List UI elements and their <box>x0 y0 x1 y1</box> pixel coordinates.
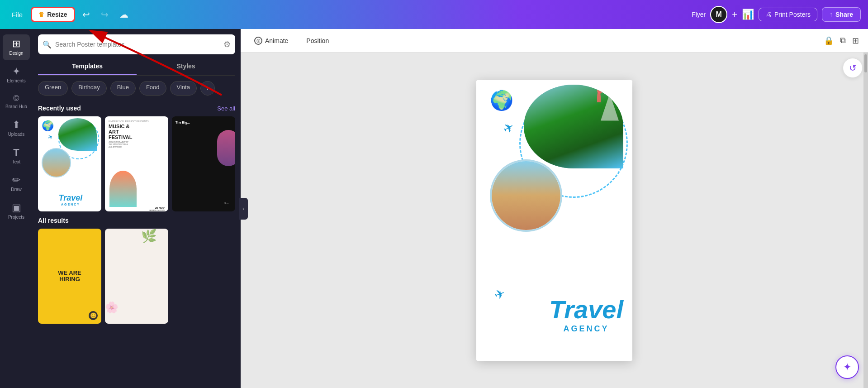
sidebar-label-projects: Projects <box>8 215 24 220</box>
redo-button[interactable]: ↪ <box>97 6 112 23</box>
lock-icon-button[interactable]: 🔒 <box>824 36 834 46</box>
sidebar-label-elements: Elements <box>7 78 26 83</box>
panel-tabs: Templates Styles <box>38 58 235 76</box>
plane-icon-1: ✈ <box>500 119 517 137</box>
sidebar-item-brand-hub[interactable]: © Brand Hub <box>3 90 30 114</box>
sidebar-item-design[interactable]: ⊞ Design <box>3 34 30 60</box>
print-label: Print Posters <box>774 11 811 18</box>
dark-date: Nov... <box>224 202 231 205</box>
template-card-dark[interactable]: The Big... Nov... <box>172 116 235 211</box>
panel-collapse-button[interactable]: ‹ <box>239 198 248 220</box>
animate-button[interactable]: ◎ Animate <box>250 34 293 48</box>
sidebar-icons: ⊞ Design ✦ Elements © Brand Hub ⬆ Upload… <box>0 29 33 388</box>
mountain-photo[interactable] <box>524 85 623 168</box>
poster-background: 🌍 <box>476 80 632 361</box>
hiring-bg: WE AREHIRING 😊 <box>38 229 101 324</box>
tab-styles[interactable]: Styles <box>137 58 235 75</box>
sidebar-item-text[interactable]: T Text <box>3 143 30 169</box>
sidebar-label-uploads: Uploads <box>8 132 25 137</box>
mountain-photo-bg <box>524 85 623 168</box>
elements-icon: ✦ <box>12 67 20 77</box>
file-menu-button[interactable]: File <box>7 8 27 21</box>
topbar-left: File ♛ Resize ↩ ↪ ☁ <box>7 6 132 23</box>
floral-bg: 🌿 🌸 <box>105 229 168 324</box>
poster-globe-icon: 🌍 <box>490 89 513 111</box>
music-venue: LAMANA GARDEN <box>149 209 165 211</box>
ai-assistant-button[interactable]: ↺ <box>843 58 863 78</box>
canvas-area: ◎ Animate Position 🔒 ⧉ ⊞ 🌍 <box>241 29 868 388</box>
woman-photo[interactable] <box>490 159 562 232</box>
design-icon: ⊞ <box>12 39 20 49</box>
panel-content: Recently used See all 🌍 <box>33 99 241 388</box>
templates-panel: 🔍 ⚙ Templates Styles Green Birthday Blue… <box>33 29 241 388</box>
agency-text: AGENCY <box>549 324 623 334</box>
printer-icon: 🖨 <box>765 11 772 18</box>
more-chips-button[interactable]: › <box>200 81 215 96</box>
topbar: File ♛ Resize ↩ ↪ ☁ Flyer M + 📊 🖨 Print … <box>0 0 868 29</box>
chip-blue[interactable]: Blue <box>110 81 136 96</box>
plane-icon-2: ✈ <box>492 286 507 303</box>
template-card-travel[interactable]: 🌍 ✈ <box>38 116 101 211</box>
save-cloud-button[interactable]: ☁ <box>116 6 132 23</box>
tab-templates[interactable]: Templates <box>38 58 137 75</box>
sidebar-item-projects[interactable]: ▣ Projects <box>3 198 30 224</box>
chip-birthday[interactable]: Birthday <box>71 81 107 96</box>
draw-icon: ✏ <box>12 175 20 185</box>
travel-text-block: Travel AGENCY <box>549 297 623 334</box>
resize-button[interactable]: ♛ Resize <box>31 7 75 22</box>
sidebar-item-elements[interactable]: ✦ Elements <box>3 62 30 88</box>
scrollbar-thumb[interactable] <box>864 54 867 72</box>
musician-figure <box>109 171 137 207</box>
plane-small: ✈ <box>47 133 55 142</box>
flower-decoration-2: 🌸 <box>105 301 128 324</box>
uploads-icon: ⬆ <box>12 120 20 130</box>
recently-used-header: Recently used See all <box>38 105 235 112</box>
template-card-music[interactable]: KIMBERLY CO. PROUDLY PRESENTS MUSIC &ART… <box>105 116 168 211</box>
brand-hub-icon: © <box>13 94 19 102</box>
sidebar-label-text: Text <box>12 159 20 164</box>
flyer-label: Flyer <box>692 11 706 18</box>
canvas-content: 🌍 <box>241 53 868 388</box>
animate-icon: ◎ <box>254 37 262 45</box>
canvas-toolbar: ◎ Animate Position 🔒 ⧉ ⊞ <box>241 29 868 53</box>
template-card-hiring[interactable]: WE AREHIRING 😊 <box>38 229 101 324</box>
duplicate-icon-button[interactable]: ⧉ <box>840 36 846 45</box>
music-subtitle: KIMBERLY CO. PROUDLY PRESENTS <box>109 120 165 123</box>
search-input[interactable] <box>55 41 220 48</box>
sidebar-item-uploads[interactable]: ⬆ Uploads <box>3 115 30 141</box>
top-photo <box>58 118 97 151</box>
template-card-floral[interactable]: 🌿 🌸 <box>105 229 168 324</box>
panel-wrapper: 🔍 ⚙ Templates Styles Green Birthday Blue… <box>33 29 241 388</box>
animate-label: Animate <box>265 37 288 44</box>
music-title: MUSIC &ARTFESTIVAL <box>109 124 165 140</box>
position-button[interactable]: Position <box>302 34 333 47</box>
music-details: JOIN US FOR A DAY OFTHE SWEETEST SOULAND… <box>109 141 165 148</box>
corner-ai-button[interactable]: ✦ <box>835 355 859 379</box>
all-results-title: All results <box>38 217 69 224</box>
share-icon: ↑ <box>830 11 833 18</box>
pink-blob <box>217 130 235 166</box>
poster-globe: 🌍 <box>42 120 54 132</box>
projects-icon: ▣ <box>12 203 21 213</box>
share-button[interactable]: ↑ Share <box>822 7 861 22</box>
undo-button[interactable]: ↩ <box>79 6 94 23</box>
resize-label: Resize <box>47 11 67 18</box>
all-results-grid: WE AREHIRING 😊 🌿 🌸 <box>38 229 235 324</box>
sidebar-label-draw: Draw <box>11 187 21 192</box>
design-card[interactable]: 🌍 <box>476 80 632 361</box>
chip-food[interactable]: Food <box>139 81 166 96</box>
add-canvas-button[interactable]: ⊞ <box>852 36 859 46</box>
topbar-right: Flyer M + 📊 🖨 Print Posters ↑ Share <box>692 6 861 23</box>
sidebar-label-design: Design <box>9 51 23 56</box>
text-icon: T <box>13 148 19 158</box>
chip-green[interactable]: Green <box>38 81 68 96</box>
add-collaborator-button[interactable]: + <box>732 10 737 20</box>
stats-button[interactable]: 📊 <box>742 9 754 20</box>
main-area: ⊞ Design ✦ Elements © Brand Hub ⬆ Upload… <box>0 29 868 388</box>
print-posters-button[interactable]: 🖨 Print Posters <box>759 8 817 21</box>
see-all-button[interactable]: See all <box>217 105 235 112</box>
filter-button[interactable]: ⚙ <box>223 39 231 49</box>
sidebar-item-draw[interactable]: ✏ Draw <box>3 171 30 196</box>
chip-vinta[interactable]: Vinta <box>170 81 197 96</box>
avatar-button[interactable]: M <box>710 6 727 23</box>
